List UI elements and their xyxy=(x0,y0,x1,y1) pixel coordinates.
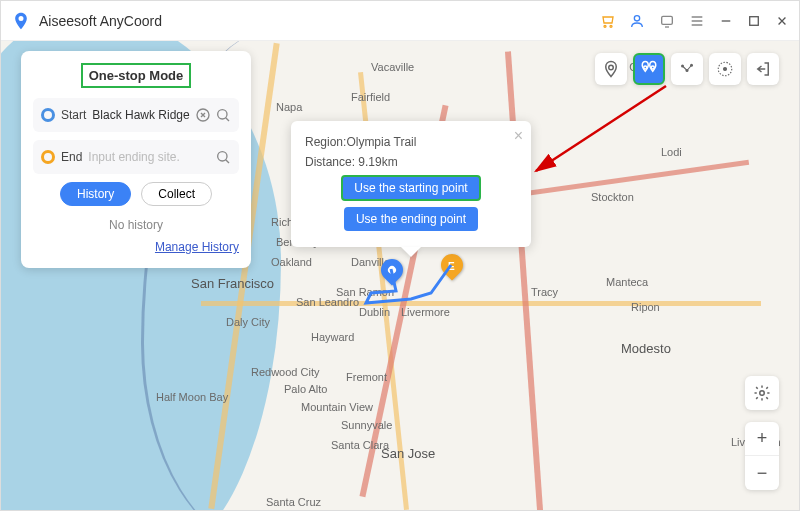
city-label: San Leandro xyxy=(296,296,359,308)
city-label: Mountain View xyxy=(301,401,373,413)
joystick-mode-button[interactable] xyxy=(709,53,741,85)
app-title: Aiseesoft AnyCoord xyxy=(39,13,162,29)
zoom-out-button[interactable]: − xyxy=(745,456,779,490)
svg-rect-3 xyxy=(662,16,673,24)
start-input-row: Start xyxy=(33,98,239,132)
city-label: Lodi xyxy=(661,146,682,158)
end-input-row: End xyxy=(33,140,239,174)
city-label: Half Moon Bay xyxy=(156,391,228,403)
city-label: Redwood City xyxy=(251,366,319,378)
svg-point-9 xyxy=(609,65,614,70)
start-label: Start xyxy=(61,108,86,122)
history-button[interactable]: History xyxy=(60,182,131,206)
end-marker-icon[interactable] xyxy=(436,249,467,280)
use-starting-point-button[interactable]: Use the starting point xyxy=(341,175,480,201)
region-popup: × Region:Olympia Trail Distance: 9.19km … xyxy=(291,121,531,247)
app-logo-icon xyxy=(11,11,31,31)
region-label: Region: xyxy=(305,135,346,149)
city-label: Palo Alto xyxy=(284,383,327,395)
end-label: End xyxy=(61,150,82,164)
exit-mode-button[interactable] xyxy=(747,53,779,85)
maximize-button[interactable] xyxy=(747,14,761,28)
end-input[interactable] xyxy=(88,150,211,164)
zoom-controls: + − xyxy=(745,422,779,490)
region-line: Region:Olympia Trail xyxy=(305,135,517,149)
city-label: Stockton xyxy=(591,191,634,203)
app-window: Aiseesoft AnyCoord xyxy=(0,0,800,511)
collect-button[interactable]: Collect xyxy=(141,182,212,206)
one-stop-mode-button[interactable] xyxy=(633,53,665,85)
city-label: Hayward xyxy=(311,331,354,343)
cart-icon[interactable] xyxy=(599,13,615,29)
svg-point-6 xyxy=(218,110,227,119)
city-label: Daly City xyxy=(226,316,270,328)
svg-point-16 xyxy=(724,68,727,71)
distance-value: 9.19km xyxy=(358,155,397,169)
clear-start-icon[interactable] xyxy=(195,107,211,123)
search-start-icon[interactable] xyxy=(215,107,231,123)
mode-toolbar xyxy=(595,53,779,85)
city-label: Modesto xyxy=(621,341,671,356)
city-label: Manteca xyxy=(606,276,648,288)
minimize-button[interactable] xyxy=(719,14,733,28)
titlebar-icons xyxy=(599,13,789,29)
distance-label: Distance: xyxy=(305,155,358,169)
city-label: Santa Cruz xyxy=(266,496,321,508)
svg-point-0 xyxy=(604,25,606,27)
start-input[interactable] xyxy=(92,108,191,122)
city-label: Livermore xyxy=(401,306,450,318)
city-label: Ripon xyxy=(631,301,660,313)
city-label: San Jose xyxy=(381,446,435,461)
end-pin-icon xyxy=(41,150,55,164)
no-history-text: No history xyxy=(33,218,239,232)
close-button[interactable] xyxy=(775,14,789,28)
svg-line-8 xyxy=(536,86,666,171)
map-canvas[interactable]: Santa Rosa Napa Fairfield Vacaville Elk … xyxy=(1,41,799,510)
menu-icon[interactable] xyxy=(689,13,705,29)
svg-point-17 xyxy=(760,391,765,396)
start-pin-icon xyxy=(41,108,55,122)
city-label: Vacaville xyxy=(371,61,414,73)
distance-line: Distance: 9.19km xyxy=(305,155,517,169)
city-label: Sunnyvale xyxy=(341,419,392,431)
zoom-in-button[interactable]: + xyxy=(745,422,779,456)
city-label: San Francisco xyxy=(191,276,274,291)
manage-history-link[interactable]: Manage History xyxy=(33,240,239,254)
region-value: Olympia Trail xyxy=(346,135,416,149)
svg-point-7 xyxy=(218,152,227,161)
city-label: Oakland xyxy=(271,256,312,268)
feedback-icon[interactable] xyxy=(659,13,675,29)
svg-point-1 xyxy=(610,25,612,27)
use-ending-point-button[interactable]: Use the ending point xyxy=(344,207,478,231)
route-panel: One-stop Mode Start End xyxy=(21,51,251,268)
svg-rect-4 xyxy=(750,16,759,25)
svg-point-2 xyxy=(634,15,639,20)
city-label: Fairfield xyxy=(351,91,390,103)
city-label: Tracy xyxy=(531,286,558,298)
search-end-icon[interactable] xyxy=(215,149,231,165)
city-label: Dublin xyxy=(359,306,390,318)
close-popup-icon[interactable]: × xyxy=(514,127,523,145)
city-label: Fremont xyxy=(346,371,387,383)
settings-button[interactable] xyxy=(745,376,779,410)
titlebar: Aiseesoft AnyCoord xyxy=(1,1,799,41)
modify-location-button[interactable] xyxy=(595,53,627,85)
user-icon[interactable] xyxy=(629,13,645,29)
mode-title: One-stop Mode xyxy=(81,63,192,88)
city-label: Napa xyxy=(276,101,302,113)
multi-stop-mode-button[interactable] xyxy=(671,53,703,85)
